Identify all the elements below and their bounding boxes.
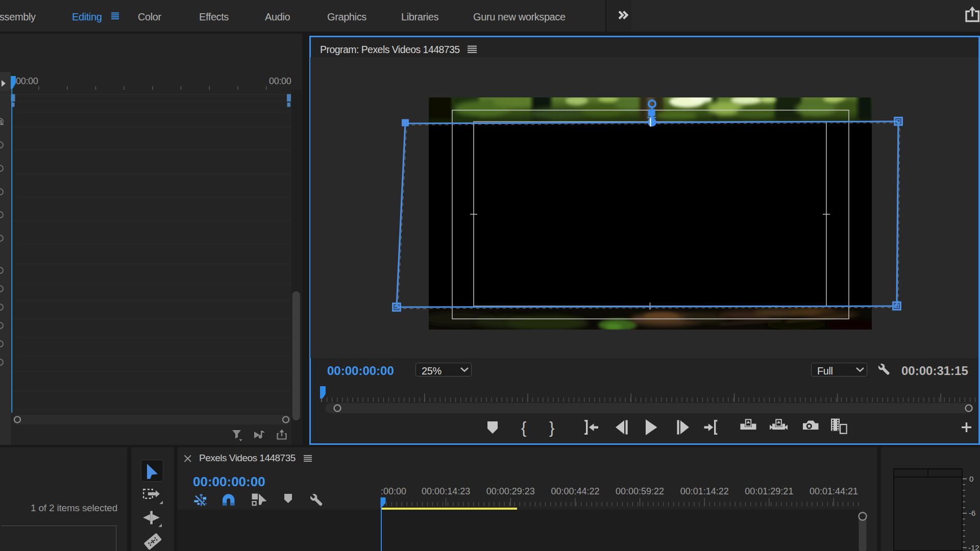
svg-text:-12: -12 bbox=[968, 543, 979, 551]
svg-text:{: { bbox=[521, 419, 526, 437]
svg-text:0: 0 bbox=[969, 474, 973, 483]
svg-text:}: } bbox=[549, 419, 554, 437]
svg-text:-6: -6 bbox=[969, 509, 975, 517]
